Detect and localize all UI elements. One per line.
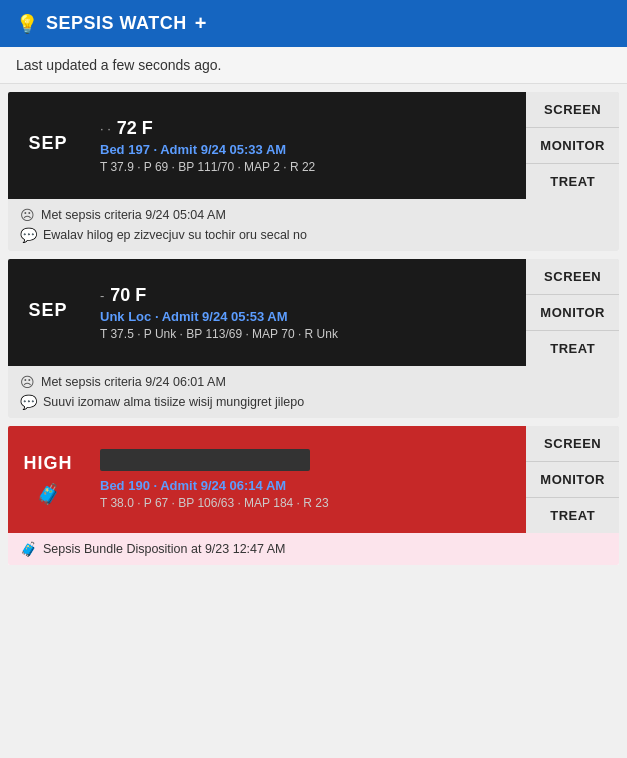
treat-button-3[interactable]: TREAT [526, 498, 619, 533]
redacted-name-bar-3 [100, 449, 310, 471]
card-type-label-2: SEP [28, 300, 67, 321]
card-admit-2: Unk Loc · Admit 9/24 05:53 AM [100, 309, 514, 324]
card-footer-3: 🧳 Sepsis Bundle Disposition at 9/23 12:4… [8, 533, 619, 565]
frown-icon-2: ☹ [20, 374, 35, 390]
footer-text-1-1: Met sepsis criteria 9/24 05:04 AM [41, 208, 226, 222]
screen-button-2[interactable]: SCREEN [526, 259, 619, 295]
footer-line-3-1: 🧳 Sepsis Bundle Disposition at 9/23 12:4… [20, 541, 607, 557]
card-label-section-2: SEP [8, 259, 88, 366]
card-main-1: SEP · · 72 F Bed 197 · Admit 9/24 05:33 … [8, 92, 619, 199]
frown-icon-1: ☹ [20, 207, 35, 223]
card-actions-3: SCREEN MONITOR TREAT [526, 426, 619, 533]
card-footer-1: ☹ Met sepsis criteria 9/24 05:04 AM 💬 Ew… [8, 199, 619, 251]
sepsis-card-2: SEP - 70 F Unk Loc · Admit 9/24 05:53 AM… [8, 259, 619, 418]
last-updated-text: Last updated a few seconds ago. [16, 57, 221, 73]
card-vitals-1: T 37.9 · P 69 · BP 111/70 · MAP 2 · R 22 [100, 160, 514, 174]
chat-icon-1: 💬 [20, 227, 37, 243]
card-main-2: SEP - 70 F Unk Loc · Admit 9/24 05:53 AM… [8, 259, 619, 366]
card-actions-2: SCREEN MONITOR TREAT [526, 259, 619, 366]
card-main-3: HIGH 🧳 Bed 190 · Admit 9/24 06:14 AM T 3… [8, 426, 619, 533]
card-type-label-3: HIGH [24, 453, 73, 474]
footer-text-2-1: Met sepsis criteria 9/24 06:01 AM [41, 375, 226, 389]
cards-container: SEP · · 72 F Bed 197 · Admit 9/24 05:33 … [0, 84, 627, 573]
monitor-button-1[interactable]: MONITOR [526, 128, 619, 164]
card-label-section-3: HIGH 🧳 [8, 426, 88, 533]
card-label-section-1: SEP [8, 92, 88, 199]
footer-line-1-2: 💬 Ewalav hilog ep zizvecjuv su tochir or… [20, 227, 607, 243]
sepsis-card-1: SEP · · 72 F Bed 197 · Admit 9/24 05:33 … [8, 92, 619, 251]
card-age-1: 72 F [117, 118, 153, 139]
screen-button-3[interactable]: SCREEN [526, 426, 619, 462]
card-info-1: · · 72 F Bed 197 · Admit 9/24 05:33 AM T… [88, 92, 526, 199]
bundle-icon-3: 🧳 [20, 541, 37, 557]
card-vitals-3: T 38.0 · P 67 · BP 106/63 · MAP 184 · R … [100, 496, 514, 510]
treat-button-1[interactable]: TREAT [526, 164, 619, 199]
last-updated-bar: Last updated a few seconds ago. [0, 47, 627, 84]
card-vitals-2: T 37.5 · P Unk · BP 113/69 · MAP 70 · R … [100, 327, 514, 341]
card-actions-1: SCREEN MONITOR TREAT [526, 92, 619, 199]
chat-icon-2: 💬 [20, 394, 37, 410]
add-icon[interactable]: + [195, 12, 207, 35]
treat-button-2[interactable]: TREAT [526, 331, 619, 366]
footer-line-2-1: ☹ Met sepsis criteria 9/24 06:01 AM [20, 374, 607, 390]
lightbulb-icon: 💡 [16, 13, 38, 35]
footer-text-2-2: Suuvi izomaw alma tisiize wisij mungigre… [43, 395, 304, 409]
monitor-button-2[interactable]: MONITOR [526, 295, 619, 331]
footer-text-3-1: Sepsis Bundle Disposition at 9/23 12:47 … [43, 542, 286, 556]
monitor-button-3[interactable]: MONITOR [526, 462, 619, 498]
dots-2: - [100, 288, 104, 303]
card-footer-2: ☹ Met sepsis criteria 9/24 06:01 AM 💬 Su… [8, 366, 619, 418]
footer-line-2-2: 💬 Suuvi izomaw alma tisiize wisij mungig… [20, 394, 607, 410]
card-admit-3: Bed 190 · Admit 9/24 06:14 AM [100, 478, 514, 493]
card-admit-1: Bed 197 · Admit 9/24 05:33 AM [100, 142, 514, 157]
card-age-2: 70 F [110, 285, 146, 306]
card-info-3: Bed 190 · Admit 9/24 06:14 AM T 38.0 · P… [88, 426, 526, 533]
screen-button-1[interactable]: SCREEN [526, 92, 619, 128]
footer-line-1-1: ☹ Met sepsis criteria 9/24 05:04 AM [20, 207, 607, 223]
card-info-2: - 70 F Unk Loc · Admit 9/24 05:53 AM T 3… [88, 259, 526, 366]
med-icon-3: 🧳 [36, 482, 61, 506]
high-card-3: HIGH 🧳 Bed 190 · Admit 9/24 06:14 AM T 3… [8, 426, 619, 565]
footer-text-1-2: Ewalav hilog ep zizvecjuv su tochir oru … [43, 228, 307, 242]
card-type-label-1: SEP [28, 133, 67, 154]
app-title: SEPSIS WATCH [46, 13, 187, 34]
app-header: 💡 SEPSIS WATCH + [0, 0, 627, 47]
dots-1: · · [100, 121, 111, 136]
